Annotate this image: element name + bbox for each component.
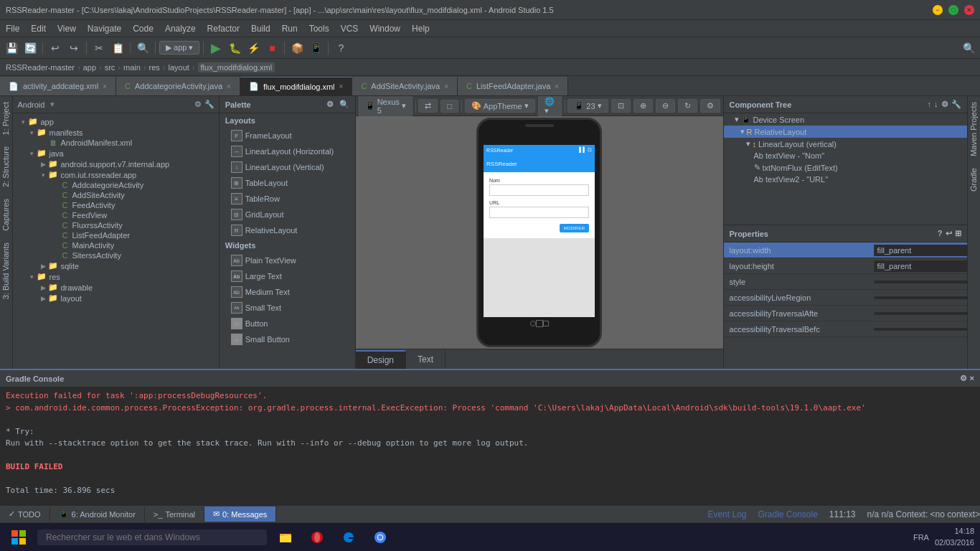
tree-item-manifest-xml[interactable]: 🗎 AndroidManifest.xml bbox=[13, 138, 218, 148]
prop-value[interactable] bbox=[874, 296, 967, 299]
tab-close[interactable]: × bbox=[227, 83, 231, 90]
tab-addsite-activity[interactable]: C AddSiteActivity.java × bbox=[352, 77, 458, 95]
properties-undo[interactable]: ↩ bbox=[946, 229, 952, 238]
prop-layout-width[interactable]: layout:width fill_parent bbox=[724, 242, 967, 258]
bottom-tab-todo[interactable]: ✓ TODO bbox=[0, 507, 50, 522]
comp-textview-url[interactable]: Ab textView2 - "URL" bbox=[724, 174, 967, 185]
search-everywhere[interactable]: 🔍 bbox=[960, 39, 977, 57]
side-tab-gradle[interactable]: Gradle bbox=[968, 162, 980, 197]
debug-button[interactable]: 🐛 bbox=[226, 39, 243, 57]
prop-value[interactable] bbox=[874, 312, 967, 315]
side-tab-maven[interactable]: Maven Projects bbox=[968, 96, 980, 162]
event-log-link[interactable]: Event Log bbox=[707, 509, 746, 519]
tree-item-listfeed[interactable]: C ListFeedAdapter bbox=[13, 230, 218, 240]
menu-tools[interactable]: Tools bbox=[303, 22, 335, 35]
minimize-button[interactable]: − bbox=[933, 5, 943, 15]
comp-relative-layout[interactable]: ▾ R RelativeLayout bbox=[724, 126, 967, 138]
prop-accessibility-traversal-before[interactable]: accessibilityTraversalBefc bbox=[724, 321, 967, 337]
prop-value[interactable] bbox=[874, 328, 967, 331]
palette-item-plaintextview[interactable]: Ab Plain TextView bbox=[220, 253, 355, 268]
bottom-tab-android-monitor[interactable]: 📱 6: Android Monitor bbox=[50, 507, 145, 522]
toolbar-copy[interactable]: 📋 bbox=[109, 39, 126, 57]
menu-edit[interactable]: Edit bbox=[25, 22, 52, 35]
tab-close[interactable]: × bbox=[103, 83, 107, 90]
menu-file[interactable]: File bbox=[0, 22, 25, 35]
tree-item-fluxrss[interactable]: C FluxrssActivity bbox=[13, 220, 218, 230]
bc-root[interactable]: RSSReader-master bbox=[6, 63, 75, 72]
sidebar-gear[interactable]: 🔧 bbox=[204, 100, 215, 109]
toolbar-cut[interactable]: ✂ bbox=[90, 39, 108, 57]
layout-variant[interactable]: □ bbox=[440, 100, 458, 113]
taskbar-opera[interactable] bbox=[304, 524, 330, 550]
prop-value[interactable]: fill_parent bbox=[874, 260, 967, 272]
side-tab-project[interactable]: 1: Project bbox=[0, 96, 12, 141]
tab-design[interactable]: Design bbox=[356, 350, 406, 369]
tree-item-drawable[interactable]: ▶ 📁 drawable bbox=[13, 282, 218, 293]
refresh[interactable]: ↻ bbox=[678, 99, 697, 113]
bc-current-file[interactable]: flux_modifdialog.xml bbox=[198, 62, 275, 72]
tab-close[interactable]: × bbox=[555, 83, 559, 90]
palette-item-relativelayout[interactable]: R RelativeLayout bbox=[220, 222, 355, 238]
menu-window[interactable]: Window bbox=[364, 22, 406, 35]
tree-item-manifests[interactable]: ▾ 📁 manifests bbox=[13, 127, 218, 138]
zoom-out[interactable]: ⊖ bbox=[656, 99, 675, 113]
avd-manager[interactable]: 📱 bbox=[307, 39, 324, 57]
zoom-fit[interactable]: ⊡ bbox=[611, 99, 631, 113]
tree-item-java[interactable]: ▾ 📁 java bbox=[13, 148, 218, 159]
bc-main[interactable]: main bbox=[123, 63, 141, 72]
comp-device-screen[interactable]: ▾ 📱 Device Screen bbox=[724, 113, 967, 126]
tab-close[interactable]: × bbox=[444, 83, 448, 90]
menu-refactor[interactable]: Refactor bbox=[202, 22, 245, 35]
prop-accessibility-live[interactable]: accessibilityLiveRegion bbox=[724, 290, 967, 306]
help-icon[interactable]: ? bbox=[332, 39, 349, 57]
comp-tree-up[interactable]: ↑ bbox=[928, 100, 932, 109]
tab-addcategorie-activity[interactable]: C AddcategorieActivity.java × bbox=[116, 77, 240, 95]
close-button[interactable]: ✕ bbox=[964, 5, 974, 15]
palette-item-mediumtext[interactable]: Ab Medium Text bbox=[220, 284, 355, 300]
bottom-tab-messages[interactable]: ✉ 0: Messages bbox=[204, 507, 276, 522]
theme-selector[interactable]: 🎨 AppTheme ▾ bbox=[465, 99, 535, 113]
bc-res[interactable]: res bbox=[149, 63, 160, 72]
canvas-settings[interactable]: ⚙ bbox=[700, 99, 720, 113]
properties-help[interactable]: ? bbox=[938, 229, 943, 238]
tree-item-addsite[interactable]: C AddSiteActivity bbox=[13, 190, 218, 200]
toolbar-save[interactable]: 💾 bbox=[3, 39, 20, 57]
maximize-button[interactable]: □ bbox=[948, 5, 958, 15]
toolbar-undo[interactable]: ↩ bbox=[47, 39, 64, 57]
palette-section-widgets[interactable]: Widgets bbox=[220, 238, 355, 253]
comp-tree-down[interactable]: ↓ bbox=[934, 100, 938, 109]
api-selector[interactable]: 📱 23 ▾ bbox=[567, 99, 608, 113]
tree-item-siterss[interactable]: C SiterssActivity bbox=[13, 250, 218, 260]
palette-item-linearlayout-h[interactable]: ↔ LinearLayout (Horizontal) bbox=[220, 143, 355, 159]
sdk-manager[interactable]: 📦 bbox=[288, 39, 306, 57]
prop-value[interactable] bbox=[874, 281, 967, 283]
toolbar-redo[interactable]: ↪ bbox=[65, 39, 83, 57]
prop-accessibility-traversal-after[interactable]: accessibilityTraversalAfte bbox=[724, 306, 967, 321]
gradle-close[interactable]: × bbox=[970, 374, 974, 383]
tab-activity-addcateg[interactable]: 📄 activity_addcateg.xml × bbox=[0, 77, 116, 95]
toolbar-sync[interactable]: 🔄 bbox=[22, 39, 39, 57]
tree-item-support[interactable]: ▶ 📁 android.support.v7.internal.app bbox=[13, 159, 218, 169]
side-tab-build-variants[interactable]: 3: Build Variants bbox=[0, 237, 12, 305]
comp-tree-settings[interactable]: ⚙ bbox=[941, 100, 948, 109]
comp-textview-nom[interactable]: Ab textView - "Nom" bbox=[724, 150, 967, 161]
palette-item-button[interactable]: ▭ Button bbox=[220, 316, 355, 331]
attach-debugger[interactable]: ⚡ bbox=[245, 39, 262, 57]
taskbar-file-explorer[interactable] bbox=[273, 524, 298, 550]
palette-item-tablelayout[interactable]: ⊞ TableLayout bbox=[220, 175, 355, 191]
bc-app[interactable]: app bbox=[83, 63, 96, 72]
comp-linear-layout[interactable]: ▾ ↕ LinearLayout (vertical) bbox=[724, 138, 967, 150]
palette-item-linearlayout-v[interactable]: ↕ LinearLayout (Vertical) bbox=[220, 159, 355, 175]
run-button[interactable]: ▶ bbox=[207, 39, 225, 57]
tree-item-main[interactable]: C MainActivity bbox=[13, 240, 218, 250]
tree-item-res[interactable]: ▾ 📁 res bbox=[13, 271, 218, 282]
palette-item-tablerow[interactable]: ≡ TableRow bbox=[220, 191, 355, 207]
tab-close-active[interactable]: × bbox=[339, 83, 344, 90]
menu-run[interactable]: Run bbox=[276, 22, 303, 35]
menu-analyze[interactable]: Analyze bbox=[159, 22, 202, 35]
tab-flux-modifdialog[interactable]: 📄 flux_modifdialog.xml × bbox=[240, 77, 353, 95]
gradle-console-link[interactable]: Gradle Console bbox=[758, 509, 817, 519]
device-selector[interactable]: 📱 Nexus 5 ▾ bbox=[359, 96, 413, 117]
comp-tree-gear[interactable]: 🔧 bbox=[951, 100, 961, 109]
prop-value[interactable]: fill_parent bbox=[874, 245, 967, 256]
